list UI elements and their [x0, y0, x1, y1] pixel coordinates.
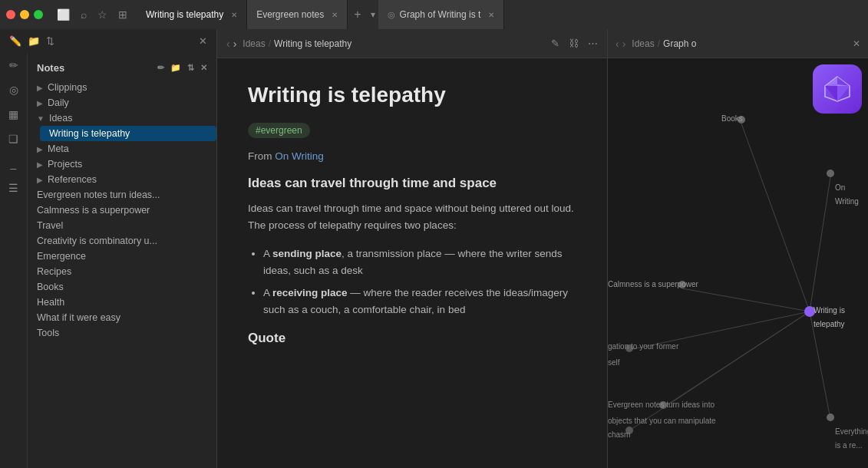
sidebar-item-meta[interactable]: ▶ Meta [28, 141, 216, 157]
sidebar-item-references[interactable]: ▶ References [28, 172, 216, 187]
sidebar-item-label: Daily [48, 97, 69, 108]
tab-evergreen[interactable]: Evergreen notes ✕ [247, 0, 348, 29]
sidebar-item-emergence[interactable]: Emergence [28, 249, 216, 264]
list-nav-icon[interactable]: ☰ [8, 182, 18, 194]
sidebar-item-label: Travel [37, 220, 63, 231]
tab-label: Graph of Writing is t [400, 9, 481, 20]
sidebar-header: ✏️ 📁 ⇅ ✕ [0, 29, 216, 53]
chevron-right-icon: ▶ [37, 145, 43, 153]
note-content: Writing is telepathy #evergreen From On … [217, 58, 607, 468]
calendar-nav-icon[interactable]: ▦ [8, 108, 18, 120]
more-icon[interactable]: ⋯ [588, 38, 598, 49]
sidebar-item-recipes[interactable]: Recipes [28, 264, 216, 279]
pages-nav-icon[interactable]: ❑ [8, 133, 18, 145]
graph-close-icon[interactable]: ✕ [853, 38, 860, 49]
sidebar-item-what-if-easy[interactable]: What if it were easy [28, 310, 216, 325]
sidebar-item-label: Tools [37, 328, 59, 338]
sidebar-item-projects[interactable]: ▶ Projects [28, 157, 216, 172]
on-writing-node[interactable] [827, 170, 834, 177]
graph-nav-icon[interactable]: ◎ [9, 84, 18, 96]
breadcrumb-parent[interactable]: Ideas [243, 38, 265, 49]
sidebar-item-tools[interactable]: Tools [28, 325, 216, 341]
svg-line-8 [682, 288, 810, 311]
bullet-item-receiving: A receiving place — where the reader rec… [263, 285, 576, 318]
sidebar-tree: Notes ✏ 📁 ⇅ ✕ ▶ Clippings ▶ Daily [28, 53, 216, 468]
chasm-label: chasm [608, 427, 630, 440]
everything-node[interactable] [827, 414, 834, 421]
graph-breadcrumb: Ideas / Graph o [632, 38, 847, 49]
forward-arrow-icon[interactable]: › [233, 38, 237, 50]
on-writing-label: On Writing [835, 180, 868, 207]
maximize-button[interactable] [34, 10, 43, 19]
new-note-icon[interactable]: ✏️ [9, 35, 21, 47]
graph-breadcrumb-current: Graph o [663, 38, 696, 49]
close-sidebar-icon[interactable]: ✕ [199, 35, 207, 47]
tabs-area: Writing is telepathy ✕ Evergreen notes ✕… [137, 0, 862, 29]
graph-tab-icon: ◎ [388, 10, 395, 20]
nav-arrows: ‹ › [226, 38, 236, 50]
sidebar-item-health[interactable]: Health [28, 295, 216, 310]
bold-receiving: receiving place [272, 287, 348, 298]
evergreen-label: Evergreen notes turn ideas into objects … [608, 396, 716, 428]
back-arrow-icon[interactable]: ‹ [226, 38, 230, 50]
new-note-small-icon[interactable]: ✏ [157, 63, 164, 73]
graph-content: Books On Writing Calmness is a superpowe… [608, 58, 868, 468]
minimize-button[interactable] [20, 10, 29, 19]
tabs-chevron-icon[interactable]: ▾ [368, 9, 378, 20]
graph-back-icon[interactable]: ‹ [616, 38, 619, 50]
navigation-label: gation to your former self [608, 338, 678, 370]
graph-forward-icon[interactable]: › [622, 38, 626, 50]
from-link[interactable]: On Writing [275, 150, 324, 162]
new-folder-icon[interactable]: 📁 [28, 35, 40, 47]
sidebar-item-daily[interactable]: ▶ Daily [28, 95, 216, 110]
sort-icon[interactable]: ⇅ [46, 35, 54, 47]
link-icon[interactable]: ⛓ [569, 38, 579, 49]
bullet-item-sending: A sending place, a transmission place — … [263, 246, 576, 278]
sidebar-item-writing-is-telepathy[interactable]: Writing is telepathy [40, 126, 216, 141]
sidebar-item-label: Health [37, 297, 64, 308]
sidebar-item-travel[interactable]: Travel [28, 218, 216, 233]
graph-breadcrumb-parent[interactable]: Ideas [632, 38, 654, 49]
notes-nav-icon[interactable]: ✏ [9, 59, 18, 71]
new-folder-small-icon[interactable]: 📁 [170, 63, 181, 73]
sidebar-item-creativity[interactable]: Creativity is combinatory u... [28, 233, 216, 249]
breadcrumb-separator: / [269, 38, 271, 49]
sidebar-item-ideas[interactable]: ▼ Ideas [28, 110, 216, 126]
sidebar-item-label: Recipes [37, 266, 71, 277]
sidebar-item-label: References [48, 174, 97, 185]
sidebar-item-books[interactable]: Books [28, 279, 216, 295]
note-panel: ‹ › Ideas / Writing is telepathy ✎ ⛓ ⋯ W… [217, 29, 607, 468]
star-icon[interactable]: ☆ [97, 8, 107, 21]
tag-pill[interactable]: #evergreen [248, 123, 310, 138]
graph-breadcrumb-sep: / [658, 38, 660, 49]
chevron-down-icon: ▼ [37, 114, 45, 123]
tab-label: Evergreen notes [256, 9, 324, 20]
sidebar-item-evergreen-notes[interactable]: Evergreen notes turn ideas... [28, 187, 216, 203]
sort-small-icon[interactable]: ⇅ [187, 63, 194, 73]
titlebar-icons: ⬜ ⌕ ☆ ⊞ [57, 8, 127, 21]
search-icon[interactable]: ⌕ [81, 8, 87, 21]
breadcrumb-current: Writing is telepathy [274, 38, 351, 49]
sidebar-toggle-icon[interactable]: ⬜ [57, 8, 70, 21]
tab-close-evergreen[interactable]: ✕ [332, 11, 338, 19]
sidebar-item-label: Creativity is combinatory u... [37, 236, 157, 246]
sidebar-item-label: Clippings [48, 82, 87, 93]
new-tab-button[interactable]: + [348, 8, 367, 21]
traffic-lights [6, 10, 43, 19]
layout-icon[interactable]: ⊞ [118, 8, 127, 21]
svg-line-6 [741, 124, 810, 311]
tab-writing[interactable]: Writing is telepathy ✕ [137, 0, 247, 29]
tab-close-writing[interactable]: ✕ [231, 11, 237, 19]
close-button[interactable] [6, 10, 15, 19]
bullet-list: A sending place, a transmission place — … [263, 246, 576, 318]
terminal-nav-icon[interactable]: _ [11, 157, 17, 170]
tab-close-graph[interactable]: ✕ [488, 11, 494, 19]
tab-graph[interactable]: ◎ Graph of Writing is t ✕ [378, 0, 505, 29]
chevron-right-icon: ▶ [37, 99, 43, 107]
sidebar-item-calmness-superpower[interactable]: Calmness is a superpower [28, 203, 216, 218]
chevron-right-icon: ▶ [37, 160, 43, 169]
edit-icon[interactable]: ✎ [551, 38, 559, 49]
hide-icon[interactable]: ✕ [200, 63, 207, 73]
sidebar-item-clippings[interactable]: ▶ Clippings [28, 80, 216, 95]
graph-toolbar: ‹ › Ideas / Graph o ✕ [608, 29, 868, 58]
